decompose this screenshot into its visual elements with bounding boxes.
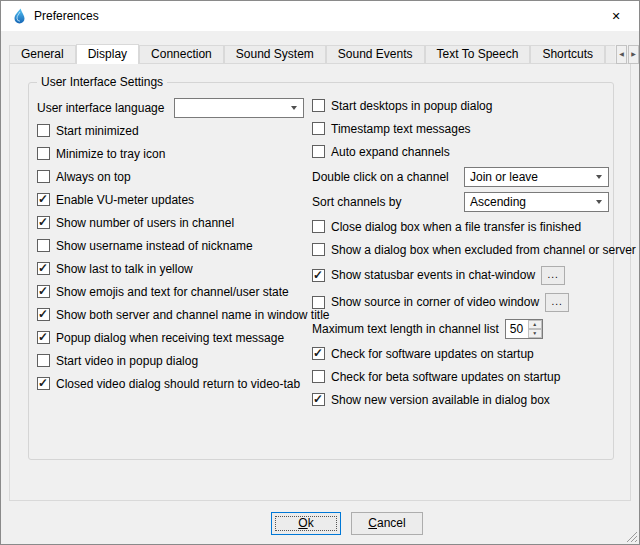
checkbox-row[interactable]: Closed video dialog should return to vid… [37,376,309,391]
browse-events-button[interactable]: ... [541,266,565,285]
checkbox[interactable] [312,220,325,233]
user-interface-settings-group: User Interface Settings User interface l… [28,82,614,460]
checkbox[interactable] [37,147,50,160]
checkbox-row[interactable]: Start minimized [37,123,309,138]
checkbox[interactable] [37,239,50,252]
checkbox[interactable] [312,99,325,112]
tab-label: Connection [151,47,212,61]
checkbox[interactable] [312,347,325,360]
tab[interactable]: Shortcuts [530,45,605,63]
checkbox-label: Show new version available in dialog box [331,393,550,407]
tab[interactable]: Video [605,45,615,63]
checkbox[interactable] [312,296,325,309]
right-column: Start desktops in popup dialog Timestamp… [312,98,609,415]
language-select[interactable] [174,98,304,118]
checkbox-label: Start minimized [56,124,139,138]
resize-grip[interactable] [625,530,638,543]
tab[interactable]: Connection [139,45,224,63]
checkbox-label: Always on top [56,170,131,184]
checkbox[interactable] [312,370,325,383]
checkbox-row[interactable]: Enable VU-meter updates [37,192,309,207]
checkbox-label: Check for beta software updates on start… [331,370,560,384]
chevron-down-icon [291,106,297,110]
checkbox-row[interactable]: Show username instead of nickname [37,238,309,253]
checkbox[interactable] [37,377,50,390]
checkbox[interactable] [312,393,325,406]
checkbox[interactable] [312,145,325,158]
checkbox-row-with-button: Show source in corner of video window ..… [312,292,609,312]
double-click-label: Double click on a channel [312,170,449,184]
checkbox-row[interactable]: Show new version available in dialog box [312,392,609,407]
checkbox[interactable] [37,354,50,367]
checkbox-row[interactable]: Show number of users in channel [37,215,309,230]
left-column: User interface language Start minimized … [37,98,309,399]
checkbox-label: Start video in popup dialog [56,354,198,368]
checkbox[interactable] [312,122,325,135]
ok-button[interactable]: Ok [271,512,341,535]
checkbox[interactable] [37,262,50,275]
tab-scroll-left-button[interactable]: ◀ [616,45,627,64]
cancel-button[interactable]: Cancel [351,512,423,535]
checkbox-label: Show emojis and text for channel/user st… [56,285,289,299]
left-checkbox-list: Start minimized Minimize to tray icon Al… [37,123,309,391]
checkbox[interactable] [37,331,50,344]
checkbox-label: Timestamp text messages [331,122,471,136]
close-button[interactable]: ✕ [593,1,639,31]
checkbox-label: Show last to talk in yellow [56,262,193,276]
checkbox[interactable] [37,285,50,298]
max-text-length-spinner: 50 ▲ ▼ [505,319,543,339]
tab[interactable]: Sound Events [326,45,425,63]
max-text-length-row: Maximum text length in channel list 50 ▲… [312,319,609,339]
max-text-length-label: Maximum text length in channel list [312,322,499,336]
checkbox-row[interactable]: Minimize to tray icon [37,146,309,161]
checkbox-label: Show a dialog box when excluded from cha… [331,243,636,257]
checkbox[interactable] [37,216,50,229]
checkbox[interactable] [312,243,325,256]
ok-button-label: Ok [272,513,340,533]
checkbox-label: Minimize to tray icon [56,147,165,161]
checkbox-row[interactable]: Popup dialog when receiving text message [37,330,309,345]
checkbox[interactable] [37,308,50,321]
double-click-action-select[interactable]: Join or leave [464,167,609,187]
checkbox[interactable] [37,193,50,206]
tab-scrollers: ◀ ▶ [615,45,639,64]
language-row: User interface language [37,98,309,118]
checkbox-row[interactable]: Show a dialog box when excluded from cha… [312,242,609,257]
checkbox-row[interactable]: Show last to talk in yellow [37,261,309,276]
right-checkbox-list-with-buttons: Show statusbar events in chat-window ...… [312,265,609,312]
max-text-length-input[interactable]: 50 [506,320,528,338]
checkbox[interactable] [37,170,50,183]
checkbox-label: Show statusbar events in chat-window [331,268,535,282]
tab-scroll-right-button[interactable]: ▶ [628,45,639,64]
chevron-down-icon [596,175,602,179]
checkbox-label: Show source in corner of video window [331,295,539,309]
checkbox-row[interactable]: Check for beta software updates on start… [312,369,609,384]
checkbox-label: Closed video dialog should return to vid… [56,377,300,391]
checkbox-row[interactable]: Close dialog box when a file transfer is… [312,219,609,234]
checkbox-label: Check for software updates on startup [331,347,534,361]
checkbox-label: Close dialog box when a file transfer is… [331,220,581,234]
checkbox[interactable] [312,269,325,282]
checkbox-row[interactable]: Timestamp text messages [312,121,609,136]
tab[interactable]: General [9,45,76,63]
tab[interactable]: Display [76,44,139,64]
tab-label: Sound System [236,47,314,61]
checkbox-label: Show both server and channel name in win… [56,308,330,322]
spin-down-button[interactable]: ▼ [528,329,542,338]
checkbox-row[interactable]: Show both server and channel name in win… [37,307,309,322]
checkbox-row[interactable]: Auto expand channels [312,144,609,159]
spin-up-button[interactable]: ▲ [528,320,542,329]
checkbox-row-with-button: Show statusbar events in chat-window ... [312,265,609,285]
checkbox-row[interactable]: Start desktops in popup dialog [312,98,609,113]
checkbox[interactable] [37,124,50,137]
checkbox-row[interactable]: Show emojis and text for channel/user st… [37,284,309,299]
right-checkbox-list-mid: Close dialog box when a file transfer is… [312,219,609,257]
checkbox-row[interactable]: Check for software updates on startup [312,346,609,361]
checkbox-row[interactable]: Start video in popup dialog [37,353,309,368]
browse-events-button[interactable]: ... [545,293,569,312]
tab[interactable]: Text To Speech [425,45,531,63]
sort-channels-select[interactable]: Ascending [464,192,609,212]
checkbox-row[interactable]: Always on top [37,169,309,184]
tab[interactable]: Sound System [224,45,326,63]
sort-channels-value: Ascending [470,195,526,209]
